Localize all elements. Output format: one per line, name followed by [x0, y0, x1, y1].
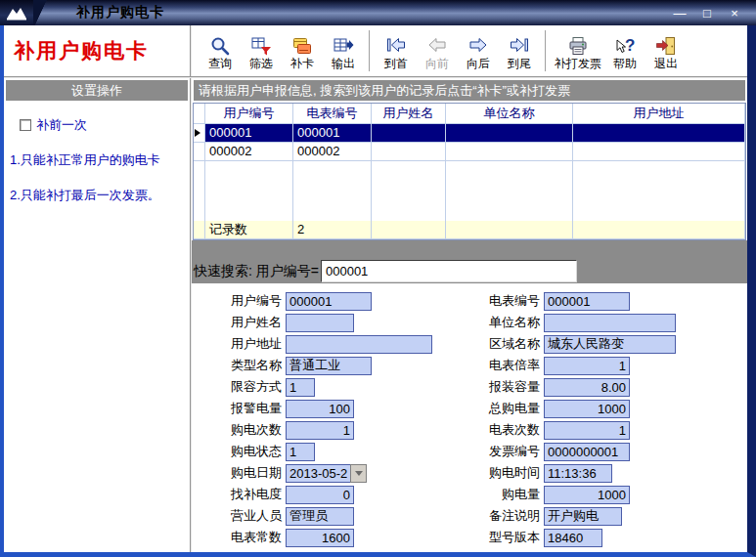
- installed-capacity-field[interactable]: [544, 378, 630, 397]
- adjustment-energy-field[interactable]: [286, 486, 354, 504]
- field-label: 电表倍率: [466, 357, 540, 374]
- filter-icon: [250, 33, 272, 57]
- checkbox-label: 补前一次: [36, 116, 87, 134]
- app-logo-icon: [0, 0, 33, 25]
- cell-user-name: [372, 143, 446, 161]
- purchase-time-field[interactable]: [544, 464, 612, 483]
- window-body: 补用户购电卡 查询 筛选: [0, 25, 756, 557]
- model-version-field[interactable]: [544, 529, 602, 547]
- capacity-limit-mode-field[interactable]: [286, 378, 315, 397]
- field-label: 购电时间: [466, 464, 540, 482]
- field-label: 电表次数: [466, 421, 540, 439]
- dropdown-button[interactable]: [350, 464, 367, 483]
- toolbar-button-label: 到首: [384, 57, 408, 70]
- window-controls: — □ ×: [672, 6, 756, 21]
- invoice-number-field[interactable]: [544, 443, 630, 461]
- field-label: 总购电量: [466, 400, 540, 417]
- table-row[interactable]: 000002 000002: [194, 143, 745, 161]
- toolbar-button-label: 补卡: [290, 57, 314, 70]
- column-header: 单位名称: [446, 104, 573, 124]
- maximize-button[interactable]: □: [699, 6, 715, 21]
- user-name-field[interactable]: [286, 314, 354, 332]
- go-first-icon: [385, 33, 407, 57]
- svg-text:?: ?: [625, 36, 635, 55]
- previous-time-checkbox[interactable]: 补前一次: [20, 116, 190, 134]
- quick-search-label: 快速搜索: 用户编号=: [194, 259, 319, 282]
- cell-user-address: [573, 124, 745, 143]
- indicator-column-header: [194, 104, 205, 124]
- user-id-field[interactable]: [286, 292, 372, 311]
- form-row: 电表常数 型号版本: [192, 527, 747, 548]
- toolbar-go-last-button[interactable]: 到尾: [499, 26, 540, 75]
- chevron-down-icon: [355, 471, 363, 476]
- toolbar-exit-button[interactable]: 退出: [645, 26, 687, 75]
- footer-indicator: [194, 221, 205, 239]
- form-row: 类型名称 电表倍率: [192, 355, 747, 376]
- field-label: 区域名称: [466, 335, 540, 353]
- form-row: 报警电量 总购电量: [192, 398, 747, 419]
- toolbar-help-button[interactable]: ? 帮助: [604, 26, 645, 75]
- column-header: 电表编号: [293, 104, 372, 124]
- go-last-icon: [509, 33, 530, 57]
- purchase-date-select[interactable]: [282, 464, 367, 483]
- quick-search-bar: 快速搜索: 用户编号=: [192, 240, 747, 283]
- toolbar-go-next-button[interactable]: 向后: [458, 26, 499, 75]
- form-row: 购电日期 购电时间: [192, 462, 747, 484]
- purchase-status-field[interactable]: [286, 443, 315, 461]
- form-row: 购电状态 发票编号: [192, 441, 747, 462]
- toolbar-button-label: 输出: [332, 57, 355, 70]
- table-row-selected[interactable]: 000001 000001: [194, 124, 745, 143]
- field-label: 限容方式: [192, 378, 282, 396]
- toolbar-button-label: 向前: [425, 57, 449, 70]
- close-button[interactable]: ×: [727, 6, 742, 21]
- field-label: 类型名称: [192, 357, 282, 374]
- alarm-energy-field[interactable]: [286, 400, 354, 418]
- purchase-date-value[interactable]: [286, 464, 350, 483]
- toolbar-button-label: 退出: [654, 57, 678, 70]
- table-header-row: 用户编号 电表编号 用户姓名 单位名称 用户地址: [194, 104, 745, 124]
- detail-form: 用户编号 电表编号 用户姓名: [192, 283, 747, 552]
- field-label: 电表常数: [192, 529, 282, 546]
- table-footer-row: 记录数 2: [194, 221, 745, 239]
- meter-ratio-field[interactable]: [544, 357, 630, 375]
- form-row: 用户姓名 单位名称: [192, 312, 747, 333]
- region-name-field[interactable]: [544, 335, 676, 354]
- toolbar-separator: [369, 30, 371, 71]
- toolbar-export-button[interactable]: 输出: [323, 26, 364, 75]
- field-label: 用户地址: [192, 335, 282, 353]
- toolbar-reissue-card-button[interactable]: 补卡: [282, 26, 323, 75]
- toolbar-button-label: 向后: [467, 57, 490, 70]
- content: 设置操作 补前一次 1.只能补正常用户的购电卡 2.只能补打最后一次发票。 请根…: [4, 78, 747, 552]
- toolbar-go-prev-button[interactable]: 向前: [417, 26, 458, 75]
- user-address-field[interactable]: [286, 335, 432, 354]
- toolbar-button-label: 补打发票: [555, 57, 601, 70]
- minimize-button[interactable]: —: [672, 6, 688, 21]
- go-next-icon: [467, 33, 489, 57]
- operator-field[interactable]: [286, 507, 354, 526]
- field-label: 购电日期: [192, 464, 282, 482]
- unit-name-field[interactable]: [544, 314, 676, 332]
- help-icon: ?: [614, 33, 636, 57]
- quick-search-input[interactable]: [321, 260, 577, 282]
- remark-field[interactable]: [544, 507, 622, 526]
- form-row: 限容方式 报装容量: [192, 376, 747, 398]
- field-label: 备注说明: [466, 507, 540, 525]
- toolbar-query-button[interactable]: 查询: [200, 26, 241, 75]
- purchase-energy-field[interactable]: [544, 486, 630, 504]
- row-indicator: [194, 124, 205, 143]
- export-icon: [333, 33, 354, 57]
- table-empty-area: [194, 161, 745, 221]
- search-icon: [209, 33, 231, 57]
- field-label: 发票编号: [466, 443, 540, 460]
- toolbar-go-first-button[interactable]: 到首: [376, 26, 417, 75]
- sidebar: 设置操作 补前一次 1.只能补正常用户的购电卡 2.只能补打最后一次发票。: [4, 78, 192, 552]
- purchase-count-field[interactable]: [286, 421, 354, 440]
- type-name-field[interactable]: [286, 357, 372, 375]
- total-energy-field[interactable]: [544, 400, 630, 418]
- field-label: 用户编号: [192, 292, 282, 310]
- meter-id-field[interactable]: [544, 292, 630, 311]
- meter-count-field[interactable]: [544, 421, 630, 440]
- toolbar-filter-button[interactable]: 筛选: [241, 26, 282, 75]
- meter-constant-field[interactable]: [286, 529, 354, 547]
- toolbar-reprint-invoice-button[interactable]: 补打发票: [552, 26, 604, 75]
